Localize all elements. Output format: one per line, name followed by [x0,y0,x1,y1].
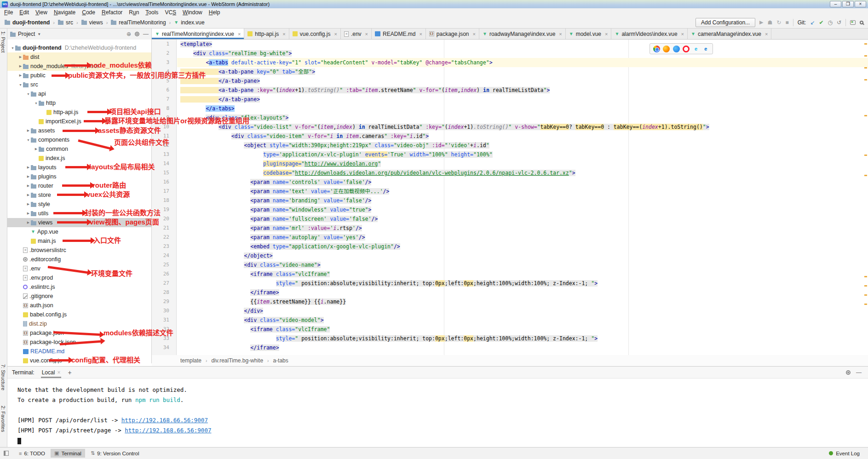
tree-item-duoji-frontend[interactable]: ▼duoji-frontendD:\zheheWeb\duoji-fronten… [7,43,151,52]
tree-item-babel.config.js[interactable]: babel.config.js [7,310,151,319]
close-button[interactable]: × [855,1,866,7]
firefox-browser-icon[interactable] [663,46,670,52]
editor-tab[interactable]: ▼alarmVideos\index.vue× [611,29,688,39]
code-line[interactable]: 11 <div class="video-item" v-for="i in i… [152,132,868,141]
menu-vcs[interactable]: VCS [161,9,179,16]
close-icon[interactable]: × [57,369,60,376]
tree-item-views[interactable]: ▶views [7,218,151,227]
menu-run[interactable]: Run [126,9,142,16]
code-line[interactable]: 16 <param name='controls' value='false'/… [152,178,868,187]
tree-item-components[interactable]: ▼components [7,135,151,144]
tree-item-dist[interactable]: ▶dist [7,52,151,62]
editor-breadcrumb-item[interactable]: a-tabs [273,357,288,364]
code-line[interactable]: 24 </object> [152,251,868,260]
close-icon[interactable]: × [559,31,562,37]
tree-item-.browserslistrc[interactable]: ≡.browserslistrc [7,246,151,255]
chrome-browser-icon[interactable] [653,46,660,52]
editor-tab[interactable]: ▼cameraManage\index.vue× [688,29,771,39]
opera-browser-icon[interactable] [683,46,690,52]
tree-toggle-icon[interactable]: ▶ [26,202,31,206]
git-commit-icon[interactable]: ✔ [819,19,823,26]
stop-icon[interactable]: ■ [785,19,788,26]
editor-tab[interactable]: http-api.js× [244,29,289,39]
menu-refactor[interactable]: Refactor [98,9,126,16]
editor-breadcrumb-item[interactable]: div.realTime.bg-white [211,357,263,364]
tree-item-README.md[interactable]: README.md [7,347,151,356]
editor-tab[interactable]: ▼model.vue× [566,29,612,39]
tool-stripe-favorites[interactable]: 2: Favorites [0,406,6,432]
code-line[interactable]: 34 </iframe> [152,343,868,352]
tree-item-node_modules[interactable]: ▶node_moduleslibrary root [7,62,151,71]
tool-stripe-structure[interactable]: 7: Structure [0,364,6,390]
code-line[interactable]: 29 {{item.streetName}} {{i.name}} [152,297,868,306]
gear-icon[interactable] [135,32,139,36]
code-line[interactable]: 31 <div class="video-model"> [152,316,868,325]
tree-toggle-icon[interactable]: ▶ [18,74,23,77]
code-line[interactable]: 19 <param name="windowless" value="true"… [152,205,868,214]
code-line[interactable]: 20 <param name='fullscreen' value='false… [152,214,868,224]
tree-item-.env[interactable]: ≡.env [7,264,151,273]
tree-toggle-icon[interactable]: ▶ [26,193,31,197]
run-icon[interactable]: ▶ [759,19,763,25]
tree-toggle-icon[interactable]: ▶ [26,129,31,132]
safari-browser-icon[interactable] [673,46,680,52]
code-line[interactable]: 10 <div class="video-list" v-for="(item,… [152,122,868,132]
tree-item-assets[interactable]: ▶assets [7,126,151,135]
tree-item-public[interactable]: ▶public [7,71,151,80]
code-line[interactable]: 15 codebase="http://downloads.videolan.o… [152,168,868,178]
git-history-icon[interactable]: ◷ [828,19,832,26]
new-terminal-icon[interactable]: + [68,369,71,376]
code-line[interactable]: 25 <div class="video-name"> [152,260,868,270]
tree-item-.eslintrc.js[interactable]: .eslintrc.js [7,282,151,292]
menu-file[interactable]: File [1,9,16,16]
tree-item-index.js[interactable]: index.js [7,154,151,163]
code-line[interactable]: 8 </a-tabs> [152,104,868,113]
chevron-down-icon[interactable]: ▼ [37,32,41,36]
tree-item-package-lock.json[interactable]: {}package-lock.json [7,338,151,347]
editor-tab[interactable]: ▼roadwayManage\index.vue× [479,29,566,39]
tree-toggle-icon[interactable]: ▶ [26,184,31,188]
menu-navigate[interactable]: Navigate [51,9,79,16]
terminal-output[interactable]: Note that the development build is not o… [7,379,868,446]
search-everywhere-icon[interactable] [860,21,863,24]
code-line[interactable]: 18 <param name='branding' value='false'/… [152,196,868,205]
code-line[interactable]: 12 <object style="width:390px;height:219… [152,141,868,150]
add-configuration-button[interactable]: Add Configuration... [696,18,755,27]
code-line[interactable]: 17 <param name='text' value='正在加载视频中...'… [152,187,868,196]
tree-toggle-icon[interactable]: ▼ [26,138,31,142]
code-line[interactable]: 6 <a-tab-pane :key="(index+1).toString()… [152,86,868,95]
tree-item-.editorconfig[interactable]: .editorconfig [7,255,151,264]
code-line[interactable]: 7 </a-tab-pane> [152,95,868,104]
tree-item-http[interactable]: ▼http [7,98,151,108]
tool-stripe-project[interactable]: 1: Project [0,31,6,52]
ie-browser-icon[interactable]: e [692,46,699,52]
code-editor[interactable]: 1<template>2 <div class="realTime bg-whi… [152,40,868,355]
tree-item-api[interactable]: ▼api [7,89,151,98]
maximize-button[interactable]: ❐ [842,1,854,7]
close-icon[interactable]: × [473,31,476,37]
code-line[interactable]: 21 <param name='mrl' :value='i.rtsp'/> [152,224,868,233]
code-line[interactable]: 23 <embed type="application/x-google-vlc… [152,242,868,251]
tool-window-switcher-icon[interactable] [4,451,9,456]
tree-item-.env.prod[interactable]: ≡.env.prod [7,273,151,282]
statusbar----version-control[interactable]: ⇅9: Version Control [87,449,143,458]
terminal-hide-icon[interactable]: — [856,369,862,376]
code-line[interactable]: 5 </a-tab-pane> [152,76,868,86]
tree-item-dist.zip[interactable]: dist.zip [7,319,151,328]
tree-item-auth.json[interactable]: {}auth.json [7,301,151,310]
terminal-tab-local[interactable]: Local × [41,367,62,378]
tree-item-App.vue[interactable]: ▼App.vue [7,227,151,236]
code-line[interactable]: 1<template> [152,40,868,49]
code-line[interactable]: 32 <iframe class="vlcIframe" [152,325,868,334]
tree-item-importExcel.js[interactable]: importExcel.js [7,117,151,126]
editor-tab[interactable]: vue.config.js× [289,29,341,39]
tree-item-router[interactable]: ▶router [7,181,151,190]
tree-toggle-icon[interactable]: ▼ [34,102,39,105]
tree-toggle-icon[interactable]: ▶ [18,55,23,59]
terminal-link[interactable]: http://192.168.66.56:9007 [121,417,208,424]
close-icon[interactable]: × [282,31,285,37]
code-line[interactable]: 26 <iframe class="vlcIframe" [152,270,868,279]
close-icon[interactable]: × [238,31,241,37]
editor-tab[interactable]: ≡.env× [341,29,372,39]
code-line[interactable]: 28 </iframe> [152,288,868,297]
